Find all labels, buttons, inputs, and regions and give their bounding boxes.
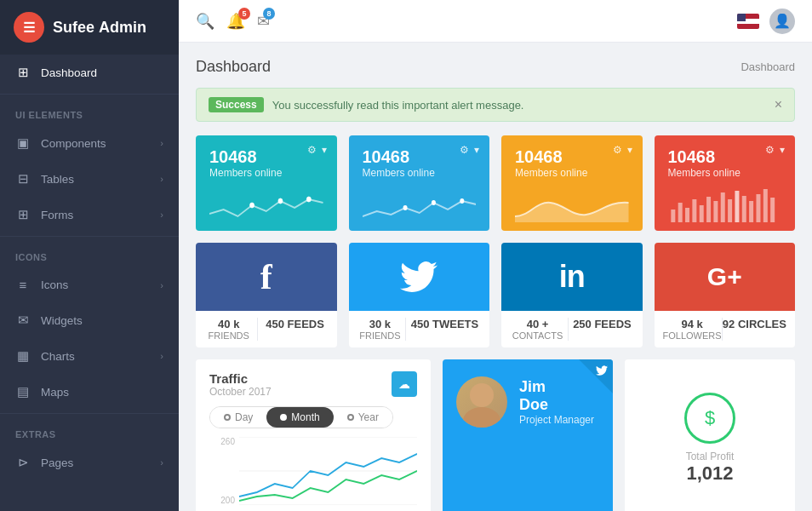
sidebar-item-label: Charts (41, 350, 75, 363)
gear-icon[interactable]: ⚙ (765, 144, 775, 156)
stat-number: 10468 (668, 147, 782, 167)
widgets-icon: ✉ (15, 313, 31, 328)
traffic-subtitle: October 2017 (209, 386, 272, 398)
svg-rect-16 (741, 196, 746, 222)
stat-value: 40 k (209, 318, 249, 330)
stat-card-2: ⚙ ▾ 10468 Members online (349, 135, 490, 231)
stat-value: 250 FEEDS (573, 318, 632, 330)
maps-icon: ▤ (15, 384, 31, 399)
tab-year[interactable]: Year (334, 407, 392, 428)
avatar (456, 376, 507, 428)
svg-rect-19 (763, 189, 767, 222)
chevron-down-icon[interactable]: ▾ (627, 144, 632, 156)
messages-button[interactable]: ✉ 8 (257, 12, 270, 31)
flag-icon (737, 14, 759, 29)
social-stats: 40 +CONTACTS 250 FEEDS (501, 311, 643, 347)
sidebar: ☰ Sufee Admin ⊞ Dashboard UI ELEMENTS ▣ … (0, 0, 179, 511)
social-stats: 94 kFOLLOWERS 92 CIRCLES (655, 311, 796, 347)
tab-label: Year (358, 411, 379, 423)
traffic-title: Traffic (209, 371, 272, 386)
gear-icon[interactable]: ⚙ (460, 144, 469, 156)
radio-icon (347, 414, 354, 421)
stat-value: 30 k (359, 318, 400, 330)
tab-day[interactable]: Day (210, 407, 266, 428)
search-button[interactable]: 🔍 (196, 12, 214, 31)
social-stat-1: 94 kFOLLOWERS (663, 318, 722, 341)
googleplus-icon: G+ (655, 243, 796, 311)
sidebar-item-tables[interactable]: ⊟ Tables › (0, 161, 179, 197)
sidebar-item-widgets[interactable]: ✉ Widgets (0, 302, 179, 338)
sidebar-item-label: Components (41, 137, 106, 150)
sidebar-item-label: Maps (41, 386, 69, 399)
linkedin-icon: in (501, 243, 643, 311)
breadcrumb: Dashboard (741, 60, 795, 73)
brand-icon: ☰ (14, 12, 44, 43)
svg-point-2 (306, 197, 311, 202)
social-stat-2: 92 CIRCLES (723, 318, 786, 341)
stat-controls: ⚙ ▾ (460, 144, 479, 156)
social-stat-2: 450 TWEETS (411, 318, 478, 341)
svg-rect-7 (678, 203, 682, 222)
stats-grid: ⚙ ▾ 10468 Members online ⚙ ▾ 10468 (196, 135, 795, 231)
chevron-down-icon[interactable]: ▾ (780, 144, 785, 156)
cloud-button[interactable]: ☁ (392, 371, 417, 397)
tab-month[interactable]: Month (266, 407, 333, 428)
notifications-button[interactable]: 🔔 5 (226, 12, 245, 31)
svg-rect-10 (699, 205, 703, 222)
content: Dashboard Dashboard Success You successf… (179, 43, 812, 511)
sidebar-item-components[interactable]: ▣ Components › (0, 125, 179, 161)
social-stat-2: 250 FEEDS (573, 318, 632, 341)
avatar[interactable]: 👤 (769, 9, 795, 34)
chevron-down-icon[interactable]: ▾ (474, 144, 479, 156)
svg-rect-20 (770, 198, 775, 222)
divider (0, 413, 179, 414)
traffic-tabs: Day Month Year (209, 406, 393, 428)
social-stat-1: 40 +CONTACTS (512, 318, 563, 341)
svg-point-1 (278, 198, 283, 204)
sidebar-item-label: Tables (41, 173, 74, 186)
alert-banner: Success You successfully read this impor… (196, 88, 795, 122)
gear-icon[interactable]: ⚙ (613, 144, 622, 156)
sidebar-item-forms[interactable]: ⊞ Forms › (0, 197, 179, 233)
svg-point-24 (470, 383, 494, 407)
traffic-card: Traffic October 2017 ☁ Day Month (196, 359, 431, 511)
traffic-title-block: Traffic October 2017 (209, 371, 272, 398)
sidebar-item-dashboard[interactable]: ⊞ Dashboard (0, 55, 179, 90)
profile-role: Project Manager (519, 414, 594, 426)
avatar-image (456, 376, 507, 428)
search-icon: 🔍 (196, 13, 214, 30)
sidebar-item-icons[interactable]: ≡ Icons › (0, 267, 179, 302)
profile-card: Jim Doe Project Manager (443, 359, 613, 511)
pages-icon: ⊳ (15, 455, 31, 470)
section-label-ui: UI ELEMENTS (0, 98, 179, 125)
svg-rect-12 (713, 201, 718, 222)
svg-point-25 (463, 407, 500, 428)
social-card-twitter: 30 kFRIENDS 450 TWEETS (349, 243, 490, 347)
chart-area: 260 200 (209, 437, 417, 505)
social-card-facebook: f 40 kFRIENDS 450 FEEDS (196, 243, 337, 347)
chart-labels: 260 200 (209, 437, 235, 505)
topbar: 🔍 🔔 5 ✉ 8 👤 (179, 0, 812, 43)
chevron-right-icon: › (160, 280, 163, 290)
sidebar-item-maps[interactable]: ▤ Maps (0, 374, 179, 410)
bottom-row: Traffic October 2017 ☁ Day Month (196, 359, 795, 511)
chevron-down-icon[interactable]: ▾ (322, 144, 327, 156)
svg-point-0 (250, 203, 254, 208)
gear-icon[interactable]: ⚙ (307, 144, 317, 156)
sidebar-item-pages[interactable]: ⊳ Pages › (0, 445, 179, 480)
social-stats: 30 kFRIENDS 450 TWEETS (349, 311, 490, 347)
sidebar-item-label: Dashboard (41, 66, 97, 79)
stat-label: Members online (668, 167, 782, 179)
page-header: Dashboard Dashboard (196, 58, 795, 76)
brand-title: Sufee Admin (53, 19, 146, 37)
stat-card-3: ⚙ ▾ 10468 Members online (501, 135, 643, 231)
stat-value: 40 + (512, 318, 563, 330)
close-icon[interactable]: × (775, 97, 782, 112)
divider (568, 318, 569, 341)
stat-number: 10468 (209, 147, 323, 167)
profit-amount: 1,012 (686, 462, 733, 485)
stat-controls: ⚙ ▾ (307, 144, 327, 156)
stat-value: 94 k (663, 318, 722, 330)
charts-icon: ▦ (15, 348, 31, 364)
sidebar-item-charts[interactable]: ▦ Charts › (0, 338, 179, 374)
